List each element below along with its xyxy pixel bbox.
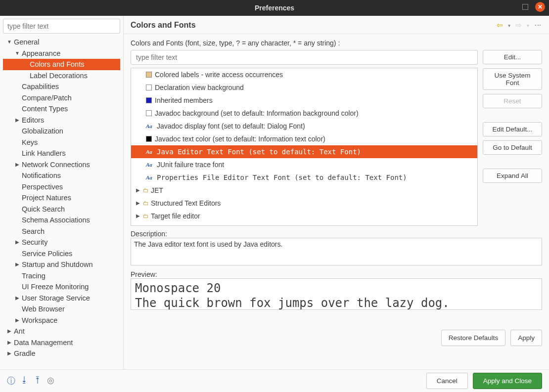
category-toggle-icon[interactable]: ▶ <box>136 185 142 196</box>
tree-item-label: Compare/Patch <box>21 92 72 104</box>
expand-all-button[interactable]: Expand All <box>483 169 542 183</box>
font-list[interactable]: Colored labels - write access occurrence… <box>131 68 478 226</box>
content: ▼General▼AppearanceColors and FontsLabel… <box>0 16 549 369</box>
use-system-font-button[interactable]: Use System Font <box>483 68 542 90</box>
oomph-icon[interactable]: ◎ <box>47 375 54 387</box>
tree-item[interactable]: Globalization <box>3 126 120 137</box>
tree-item[interactable]: Notifications <box>3 170 120 181</box>
reset-button[interactable]: Reset <box>483 94 542 108</box>
tree-item[interactable]: ▶Editors <box>3 115 120 126</box>
page-subtitle: Colors and Fonts (font, size, type, ? = … <box>131 39 542 47</box>
font-list-row[interactable]: AaJUnit failure trace font <box>131 158 477 171</box>
tree-item[interactable]: ▶Startup and Shutdown <box>3 259 120 270</box>
tree-item-label: Keys <box>21 137 38 148</box>
tree-item[interactable]: ▶Ant <box>3 326 120 337</box>
tree-toggle-icon[interactable]: ▶ <box>14 293 21 304</box>
import-icon[interactable]: ⭳ <box>20 375 29 387</box>
edit-default-button[interactable]: Edit Default... <box>483 122 542 136</box>
tree-item[interactable]: Project Natures <box>3 192 120 204</box>
category-toggle-icon[interactable]: ▶ <box>136 223 142 226</box>
font-aa-icon: Aa <box>146 159 154 170</box>
cancel-button[interactable]: Cancel <box>426 373 468 389</box>
view-menu-icon[interactable]: ⋮ <box>534 22 542 29</box>
restore-icon <box>522 4 528 10</box>
category-toggle-icon[interactable]: ▶ <box>136 198 142 209</box>
back-icon[interactable]: ⇦ <box>497 21 503 30</box>
apply-and-close-button[interactable]: Apply and Close <box>473 373 542 389</box>
tree-item[interactable]: Tracing <box>3 270 120 282</box>
tree-item[interactable]: Quick Search <box>3 204 120 215</box>
tree-item[interactable]: Keys <box>3 137 120 148</box>
apply-button[interactable]: Apply <box>510 330 542 346</box>
font-list-row[interactable]: Declaration view background <box>131 81 477 94</box>
go-to-default-button[interactable]: Go to Default <box>483 140 542 155</box>
tree-toggle-icon[interactable]: ▶ <box>6 337 13 348</box>
close-window-button[interactable]: ✕ <box>535 2 545 12</box>
tree-item[interactable]: Perspectives <box>3 181 120 193</box>
font-list-row[interactable]: ▶🗀Structured Text Editors <box>131 197 477 210</box>
restore-defaults-button[interactable]: Restore Defaults <box>441 330 506 346</box>
tree-item[interactable]: UI Freeze Monitoring <box>3 281 120 293</box>
font-list-row[interactable]: AaJava Editor Text Font (set to default:… <box>131 145 477 158</box>
tree-toggle-icon[interactable]: ▶ <box>6 326 13 337</box>
font-list-row[interactable]: Javadoc text color (set to default: Info… <box>131 132 477 145</box>
export-icon[interactable]: ⭱ <box>34 375 42 387</box>
tree-toggle-icon[interactable]: ▶ <box>14 237 21 248</box>
tree-item-label: Startup and Shutdown <box>21 259 93 270</box>
tree-item-label: Service Policies <box>21 248 72 260</box>
tree-item[interactable]: Link Handlers <box>3 148 120 159</box>
font-list-row[interactable]: Inherited members <box>131 94 477 107</box>
tree-item-label: Content Types <box>21 103 68 115</box>
nav-tree[interactable]: ▼General▼AppearanceColors and FontsLabel… <box>3 37 120 369</box>
font-list-row[interactable]: ▶🗀Tasks <box>131 222 477 226</box>
tree-item[interactable]: Search <box>3 226 120 237</box>
tree-item-label: User Storage Service <box>21 293 90 304</box>
help-icon[interactable]: ⓘ <box>7 375 15 387</box>
folder-icon: 🗀 <box>143 223 149 226</box>
tree-item[interactable]: Colors and Fonts <box>3 59 120 70</box>
tree-item[interactable]: ▶Workspace <box>3 315 120 326</box>
edit-button[interactable]: Edit... <box>483 50 542 64</box>
tree-toggle-icon[interactable]: ▶ <box>14 159 21 171</box>
font-row-label: JET <box>151 185 163 196</box>
font-row-label: Javadoc text color (set to default: Info… <box>155 133 325 144</box>
tree-item[interactable]: Label Decorations <box>3 70 120 82</box>
color-swatch-icon <box>146 85 152 90</box>
tree-item[interactable]: Schema Associations <box>3 215 120 226</box>
font-list-row[interactable]: Colored labels - write access occurrence… <box>131 68 477 81</box>
tree-item[interactable]: Content Types <box>3 103 120 115</box>
tree-item[interactable]: ▶Data Management <box>3 337 120 348</box>
forward-icon[interactable]: ⇨ <box>515 21 522 30</box>
back-menu-chevron[interactable]: ▾ <box>508 23 510 28</box>
font-row-label: Colored labels - write access occurrence… <box>155 69 283 80</box>
tree-toggle-icon[interactable]: ▼ <box>6 37 13 48</box>
font-list-row[interactable]: AaJavadoc display font (set to default: … <box>131 120 477 132</box>
tree-item[interactable]: ▶Network Connections <box>3 159 120 171</box>
tree-item[interactable]: Web Browser <box>3 304 120 315</box>
font-list-row[interactable]: ▶🗀JET <box>131 184 477 197</box>
tree-item-label: UI Freeze Monitoring <box>21 281 89 293</box>
font-list-row[interactable]: Javadoc background (set to default: Info… <box>131 107 477 120</box>
tree-item[interactable]: ▶User Storage Service <box>3 293 120 304</box>
tree-toggle-icon[interactable]: ▶ <box>14 259 21 270</box>
preferences-filter-input[interactable] <box>3 19 120 34</box>
tree-toggle-icon[interactable]: ▼ <box>14 48 21 59</box>
tree-item[interactable]: ▼General <box>3 37 120 48</box>
tree-toggle-icon[interactable]: ▶ <box>6 348 13 359</box>
tree-item[interactable]: Service Policies <box>3 248 120 260</box>
restore-window-button[interactable] <box>520 2 530 12</box>
tree-item[interactable]: ▶Security <box>3 237 120 248</box>
tree-item[interactable]: ▶Gradle <box>3 348 120 359</box>
forward-menu-chevron[interactable]: ▾ <box>527 23 529 28</box>
tree-item[interactable]: Compare/Patch <box>3 92 120 104</box>
font-list-row[interactable]: AaProperties File Editor Text Font (set … <box>131 171 477 184</box>
tree-item[interactable]: Capabilities <box>3 81 120 92</box>
main-left: Colored labels - write access occurrence… <box>131 50 478 226</box>
category-toggle-icon[interactable]: ▶ <box>136 211 142 221</box>
tree-item[interactable]: ▼Appearance <box>3 48 120 59</box>
font-list-row[interactable]: ▶🗀Target file editor <box>131 210 477 222</box>
tree-toggle-icon[interactable]: ▶ <box>14 115 21 126</box>
font-filter-input[interactable] <box>131 50 478 65</box>
tree-toggle-icon[interactable]: ▶ <box>14 315 21 326</box>
window-controls: ✕ <box>520 2 545 12</box>
